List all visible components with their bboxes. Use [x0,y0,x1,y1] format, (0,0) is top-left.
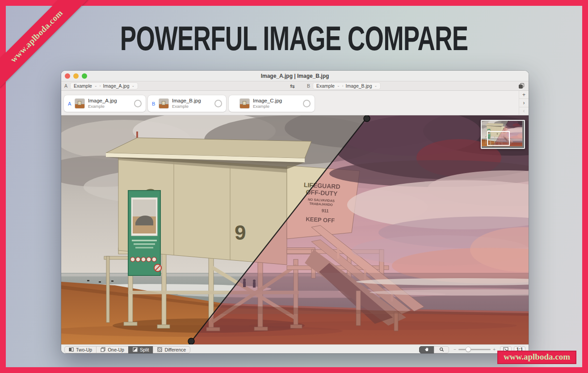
difference-icon [157,347,162,352]
file-select-radio[interactable] [214,100,222,107]
file-folder: Example [88,104,117,109]
chevron-down-icon: ⌄ [94,84,97,88]
compare-photo: 9 9 LIFEGUARD OFF-DUTY NO SALVAVIDAS TRA… [61,115,529,344]
overview-navigator[interactable] [481,120,525,149]
slot-a-label: A [64,83,67,89]
breadcrumb-b: B Example ⌄ › Image_B.jpg ⌄ [307,81,381,90]
zoom-out-mark: − [454,347,456,352]
one-up-button[interactable]: One-Up [96,346,129,353]
compare-viewport[interactable]: 9 9 LIFEGUARD OFF-DUTY NO SALVAVIDAS TRA… [61,115,529,344]
breadcrumb-a-pill[interactable]: Example ⌄ › Image_A.jpg ⌄ [70,82,138,89]
swap-ab-icon[interactable]: ⇆ [290,81,295,90]
file-folder: Example [172,104,201,109]
tower-number-text: 9 [235,221,246,244]
file-select-radio[interactable] [303,100,311,107]
hand-icon [424,347,429,352]
navigator-viewport-rect[interactable] [487,131,510,146]
split-handle-top[interactable] [364,115,370,122]
breadcrumb-a-folder[interactable]: Example [74,83,92,89]
breadcrumb-separator-icon: › [100,84,101,88]
breadcrumb-separator-icon: › [342,84,344,88]
difference-button[interactable]: Difference [153,346,190,353]
window-titlebar: Image_A.jpg | Image_B.jpg [61,71,529,81]
split-handle-bottom[interactable] [188,338,194,344]
path-bar: A Example ⌄ › Image_A.jpg ⌄ ⇆ B Example … [61,81,529,91]
file-strip: A Image_A.jpg Example B Image_B.jpg Exam… [61,91,529,115]
file-folder: Example [253,104,282,109]
badge-text: www.aplboda.com [504,352,570,361]
zoom-in-mark: + [493,347,496,352]
zoom-slider-knob[interactable] [466,347,471,352]
minimize-window-button[interactable] [73,73,79,79]
one-up-label: One-Up [108,347,124,352]
hero-banner: POWERFUL IMAGE COMPARE [0,21,588,56]
file-select-radio[interactable] [134,100,142,107]
two-up-icon [69,347,74,352]
magnifier-tool-button[interactable] [434,346,449,353]
split-button[interactable]: Split [128,346,153,353]
two-up-label: Two-Up [76,347,92,352]
breadcrumb-a: A Example ⌄ › Image_A.jpg ⌄ [64,81,138,90]
file-name: Image_B.jpg [172,98,201,104]
file-slot-label: B [152,101,155,106]
magnifier-icon [439,347,444,352]
traffic-lights [65,71,87,81]
tool-segmented [419,346,449,353]
page-title: POWERFUL IMAGE COMPARE [120,19,468,58]
add-file-button[interactable]: + [519,91,529,99]
file-name: Image_C.jpg [253,98,282,104]
file-thumbnail [75,98,85,109]
file-thumbnail [159,98,169,109]
difference-label: Difference [164,347,186,352]
close-window-button[interactable] [65,73,70,79]
file-card-image-a[interactable]: A Image_A.jpg Example [64,95,146,112]
hand-tool-button[interactable] [419,346,434,353]
window-title: Image_A.jpg | Image_B.jpg [261,73,329,79]
zoom-slider[interactable]: − + [454,347,496,352]
slot-b-label: B [307,83,310,89]
chevron-down-icon: ⌄ [337,84,340,88]
zoom-window-button[interactable] [82,73,87,79]
view-mode-segmented: Two-Up One-Up Split [64,346,190,353]
one-up-icon [101,347,105,352]
two-up-button[interactable]: Two-Up [64,346,97,353]
breadcrumb-b-folder[interactable]: Example [316,83,335,89]
zoom-slider-track[interactable] [458,349,491,350]
chevron-down-icon: ⌄ [374,84,378,88]
split-icon [133,347,138,352]
next-file-button[interactable]: › [519,99,529,107]
breadcrumb-b-file[interactable]: Image_B.jpg [346,83,372,89]
split-label: Split [140,347,149,352]
bottom-toolbar: Two-Up One-Up Split [61,344,529,353]
app-window: Image_A.jpg | Image_B.jpg A Example ⌄ › … [61,71,529,353]
file-slot-label: A [68,101,71,106]
file-strip-controls: + › ‹ [519,91,529,115]
file-card-image-b[interactable]: B Image_B.jpg Example [148,95,226,112]
site-badge: www.aplboda.com [497,351,576,364]
file-thumbnail [239,98,250,109]
file-name: Image_A.jpg [88,98,117,104]
breadcrumb-b-pill[interactable]: Example ⌄ › Image_B.jpg ⌄ [313,82,381,89]
gallery-panel-icon[interactable] [518,83,525,89]
prev-file-button[interactable]: ‹ [519,107,529,115]
file-card-image-c[interactable]: Image_C.jpg Example [229,95,315,112]
breadcrumb-a-file[interactable]: Image_A.jpg [103,83,130,89]
chevron-down-icon: ⌄ [132,84,135,88]
